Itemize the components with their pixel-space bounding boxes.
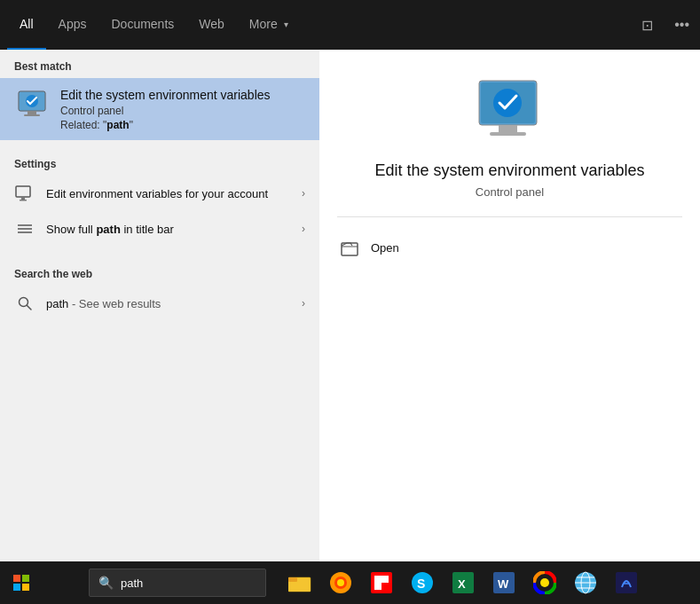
taskbar-firefox[interactable] [321,563,360,602]
system-env-icon [14,87,50,122]
svg-rect-3 [28,111,36,114]
taskbar-search-input: path [121,577,143,590]
taskbar-apps: S X W [280,563,646,602]
result-title: Edit the system environment variables [374,161,644,180]
web-section: Search the web path - See web results › [0,254,319,325]
env-vars-icon [14,183,35,204]
main-content: Best match Edit the system envir [0,50,700,604]
best-match-related: Related: "path" [60,119,271,131]
more-dropdown-icon: ▾ [284,20,288,29]
result-computer-icon [470,76,550,147]
svg-rect-25 [288,577,297,582]
taskbar-word[interactable]: W [484,563,523,602]
action-open[interactable]: Open [337,231,682,263]
taskbar-file-explorer[interactable] [280,563,319,602]
taskbar: 🔍 path S [0,561,700,604]
svg-rect-19 [13,575,20,582]
best-match-text: Edit the system environment variables Co… [60,87,271,131]
best-match-item[interactable]: Edit the system environment variables Co… [0,78,319,140]
taskbar-globe[interactable] [566,563,605,602]
feedback-icon[interactable]: ⊡ [638,13,657,37]
more-options-icon[interactable]: ••• [671,13,693,36]
open-icon [337,235,362,260]
left-panel: Best match Edit the system envir [0,50,319,604]
taskbar-dark-app[interactable] [607,563,646,602]
svg-rect-43 [616,572,637,593]
settings-item-env-vars-label: Edit environment variables for your acco… [46,187,291,200]
svg-rect-21 [13,584,20,591]
best-match-subtitle: Control panel [60,105,271,117]
svg-rect-20 [22,575,29,582]
tab-all[interactable]: All [7,0,46,50]
svg-rect-4 [24,114,40,116]
divider [337,216,682,217]
svg-point-28 [337,579,344,586]
svg-text:X: X [458,577,466,591]
open-label: Open [371,241,399,255]
best-match-label: Best match [0,50,319,78]
settings-item-env-vars[interactable]: Edit environment variables for your acco… [0,176,319,211]
taskbar-colorful[interactable] [525,563,564,602]
web-search-text: path - See web results [46,297,291,310]
svg-point-15 [493,89,522,117]
svg-text:S: S [417,577,425,591]
settings-item-show-path[interactable]: Show full path in title bar › [0,211,319,247]
taskbar-skype[interactable]: S [403,563,442,602]
settings-item-show-path-label: Show full path in title bar [46,223,291,236]
web-search-label: Search the web [0,257,319,286]
show-path-icon [14,218,35,239]
settings-section: Settings Edit environment variables for … [0,140,319,254]
tab-documents[interactable]: Documents [98,0,186,50]
result-icon-area [470,76,550,147]
chevron-icon-2: › [302,223,305,235]
taskbar-search-icon: 🔍 [98,576,114,590]
taskbar-search[interactable]: 🔍 path [89,569,266,597]
web-search-item[interactable]: path - See web results › [0,286,319,321]
tab-more[interactable]: More ▾ [237,0,301,50]
chevron-icon-3: › [302,297,305,310]
start-button[interactable] [0,561,43,604]
best-match-title: Edit the system environment variables [60,87,271,103]
tab-bar: All Apps Documents Web More ▾ ⊡ ••• [0,0,700,50]
svg-rect-5 [16,186,30,197]
tab-web[interactable]: Web [186,0,237,50]
result-subtitle: Control panel [476,185,544,199]
chevron-icon-1: › [302,187,305,200]
settings-label: Settings [0,147,319,176]
svg-line-12 [28,306,32,310]
svg-rect-16 [499,125,517,132]
taskbar-app-flipboard[interactable] [362,563,401,602]
search-circle-icon [14,293,35,314]
svg-rect-6 [21,197,25,200]
svg-rect-7 [20,200,27,201]
svg-rect-22 [22,584,29,591]
tab-apps[interactable]: Apps [46,0,99,50]
right-panel: Edit the system environment variables Co… [319,50,700,604]
svg-point-37 [540,578,549,587]
svg-text:W: W [498,577,509,591]
related-value: path [106,119,129,131]
svg-rect-17 [490,132,526,136]
taskbar-excel[interactable]: X [444,563,483,602]
